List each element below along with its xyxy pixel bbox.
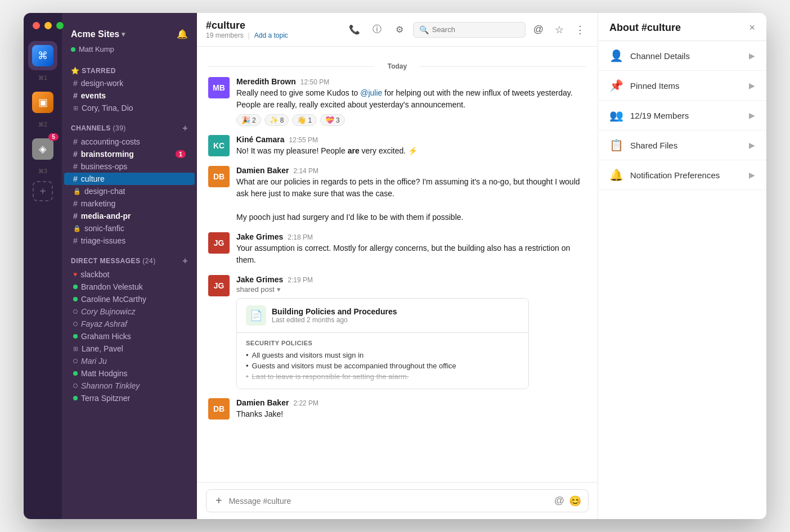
workspace-name[interactable]: Acme Sites ▾ bbox=[71, 29, 125, 39]
sidebar-item-marketing[interactable]: # marketing bbox=[64, 197, 195, 210]
settings-button[interactable]: ⚙ bbox=[390, 21, 409, 39]
sidebar-item-cory-tina-dio[interactable]: ⊞ Cory, Tina, Dio bbox=[64, 102, 195, 114]
call-button[interactable]: 📞 bbox=[345, 21, 363, 39]
sidebar-item-sonic-fanfic[interactable]: 🔒 sonic-fanfic bbox=[64, 222, 195, 235]
starred-section-title: ⭐ STARRED bbox=[62, 58, 197, 77]
mention-julie[interactable]: @julie bbox=[360, 88, 382, 97]
message-time-4: 2:18 PM bbox=[288, 233, 313, 241]
notification-prefs-icon: 🔔 bbox=[609, 168, 623, 182]
avatar-damien: DB bbox=[208, 166, 230, 187]
message-content-2: Kiné Camara 12:55 PM No! It was my pleas… bbox=[236, 135, 586, 157]
doc-subtitle: Last edited 2 months ago bbox=[272, 316, 397, 324]
rp-item-channel-details[interactable]: 👤 Channel Details ▶ bbox=[598, 41, 766, 71]
sidebar-item-culture[interactable]: # culture bbox=[64, 173, 195, 185]
sidebar-item-design-chat[interactable]: 🔒 design-chat bbox=[64, 185, 195, 197]
sidebar-item-media-and-pr[interactable]: # media-and-pr bbox=[64, 210, 195, 222]
messages-area: Today MB Meredith Brown 12:50 PM Really … bbox=[197, 47, 598, 482]
add-channel-button[interactable]: + bbox=[182, 123, 188, 133]
sidebar-item-brainstorming[interactable]: # brainstorming 1 bbox=[64, 148, 195, 160]
rp-label-channel-details: Channel Details bbox=[630, 51, 742, 61]
doc-list-item: Last to leave is responsible for setting… bbox=[246, 371, 519, 382]
user-status: Matt Kump bbox=[62, 44, 197, 58]
at-mention-icon[interactable]: @ bbox=[554, 495, 564, 507]
info-button[interactable]: ⓘ bbox=[368, 21, 386, 39]
message-header-2: Kiné Camara 12:55 PM bbox=[236, 135, 586, 144]
search-bar[interactable]: 🔍 bbox=[413, 22, 526, 38]
doc-title: Building Policies and Procedures bbox=[272, 307, 397, 316]
sidebar-item-events[interactable]: # events bbox=[64, 89, 195, 102]
notification-bell-icon[interactable]: 🔔 bbox=[177, 29, 188, 39]
app-icon-3[interactable]: ◈ 5 bbox=[28, 134, 57, 164]
message-text-3: What are our policies in regards to pets… bbox=[236, 176, 586, 223]
message-input-box: + @ 😊 bbox=[206, 489, 589, 512]
sidebar-item-business-ops[interactable]: # business-ops bbox=[64, 160, 195, 173]
search-icon: 🔍 bbox=[419, 25, 429, 34]
window-minimize-dot[interactable] bbox=[44, 22, 52, 29]
message-row: DB Damien Baker 2:22 PM Thanks Jake! bbox=[208, 398, 586, 420]
channel-meta: 19 members | Add a topic bbox=[206, 31, 341, 39]
sidebar-dm-graham[interactable]: Graham Hicks bbox=[64, 330, 195, 342]
online-dot-brandon bbox=[73, 285, 78, 289]
add-dm-button[interactable]: + bbox=[182, 256, 188, 266]
sidebar-dm-brandon[interactable]: Brandon Velestuk bbox=[64, 281, 195, 293]
message-row: JG Jake Grimes 2:18 PM Your assumption i… bbox=[208, 232, 586, 266]
document-icon: 📄 bbox=[246, 305, 266, 326]
online-dot-matt-h bbox=[73, 371, 78, 376]
sidebar-dm-mari[interactable]: Mari Ju bbox=[64, 355, 195, 367]
add-topic-link[interactable]: Add a topic bbox=[254, 31, 288, 39]
doc-list-item: Guests and visitors must be accompanied … bbox=[246, 360, 519, 371]
sidebar-item-design-work[interactable]: # design-work bbox=[64, 77, 195, 89]
avatar-damien-2: DB bbox=[208, 398, 230, 420]
doc-section-title: SECURITY POLICIES bbox=[246, 340, 519, 346]
shared-post-dropdown-icon[interactable]: ▾ bbox=[277, 285, 281, 294]
rp-label-shared-files: Shared Files bbox=[630, 141, 742, 150]
avatar-jake-2: JG bbox=[208, 275, 230, 296]
rp-item-notification-prefs[interactable]: 🔔 Notification Preferences ▶ bbox=[598, 160, 766, 190]
sidebar-dm-slackbot[interactable]: ♥ slackbot bbox=[64, 268, 195, 281]
message-author-4: Jake Grimes bbox=[236, 232, 283, 241]
dm-section-title: DIRECT MESSAGES (24) + bbox=[62, 247, 197, 268]
more-options-icon[interactable]: ⋮ bbox=[572, 21, 589, 38]
sidebar-dm-caroline[interactable]: Caroline McCarthy bbox=[64, 293, 195, 305]
sidebar-dm-terra[interactable]: Terra Spitzner bbox=[64, 392, 195, 404]
at-icon[interactable]: @ bbox=[530, 21, 547, 38]
rp-item-pinned-items[interactable]: 📌 Pinned Items ▶ bbox=[598, 71, 766, 101]
attach-button[interactable]: + bbox=[213, 494, 225, 507]
sidebar-dm-cory[interactable]: Cory Bujnowicz bbox=[64, 305, 195, 318]
app-icon-1[interactable]: ⌘ bbox=[28, 41, 57, 70]
message-author-1: Meredith Brown bbox=[236, 77, 296, 86]
add-app-button[interactable]: + bbox=[33, 181, 53, 201]
reaction-heart[interactable]: 💝3 bbox=[320, 114, 345, 126]
message-input[interactable] bbox=[229, 497, 550, 506]
message-time-1: 12:50 PM bbox=[300, 78, 329, 86]
right-panel-close-button[interactable]: × bbox=[749, 22, 755, 34]
message-header-6: Damien Baker 2:22 PM bbox=[236, 398, 586, 407]
search-input[interactable] bbox=[432, 25, 519, 34]
message-time-2: 12:55 PM bbox=[289, 136, 318, 144]
sidebar-dm-matt-h[interactable]: Matt Hodgins bbox=[64, 367, 195, 380]
star-icon[interactable]: ☆ bbox=[551, 21, 567, 38]
shared-doc-header: 📄 Building Policies and Procedures Last … bbox=[237, 299, 528, 333]
sidebar-item-triage-issues[interactable]: # triage-issues bbox=[64, 235, 195, 247]
sidebar-dm-lane[interactable]: ⊞ Lane, Pavel bbox=[64, 342, 195, 355]
app-icon-2[interactable]: ▣ bbox=[28, 88, 57, 117]
reaction-wave[interactable]: 👋1 bbox=[292, 114, 317, 126]
right-panel-items: 👤 Channel Details ▶ 📌 Pinned Items ▶ 👥 1… bbox=[598, 41, 766, 519]
sidebar-item-accounting-costs[interactable]: # accounting-costs bbox=[64, 136, 195, 148]
shared-document[interactable]: 📄 Building Policies and Procedures Last … bbox=[236, 298, 529, 389]
doc-info: Building Policies and Procedures Last ed… bbox=[272, 307, 397, 324]
rp-item-members[interactable]: 👥 12/19 Members ▶ bbox=[598, 101, 766, 130]
sidebar-dm-shannon[interactable]: Shannon Tinkley bbox=[64, 380, 195, 392]
message-time-3: 2:14 PM bbox=[293, 167, 318, 175]
reaction-sparkle[interactable]: ✨8 bbox=[264, 114, 289, 126]
sidebar-dm-fayaz[interactable]: Fayaz Ashraf bbox=[64, 318, 195, 330]
offline-dot-shannon bbox=[73, 384, 78, 388]
message-text-1: Really need to give some Kudos to @julie… bbox=[236, 87, 586, 111]
window-close-dot[interactable] bbox=[33, 22, 40, 29]
app-shortcut-3: ⌘3 bbox=[38, 168, 47, 174]
rp-chevron-notification-prefs: ▶ bbox=[749, 170, 755, 179]
rp-item-shared-files[interactable]: 📋 Shared Files ▶ bbox=[598, 130, 766, 160]
window-maximize-dot[interactable] bbox=[56, 22, 64, 29]
reaction-party[interactable]: 🎉2 bbox=[236, 114, 261, 126]
emoji-icon[interactable]: 😊 bbox=[569, 495, 581, 507]
